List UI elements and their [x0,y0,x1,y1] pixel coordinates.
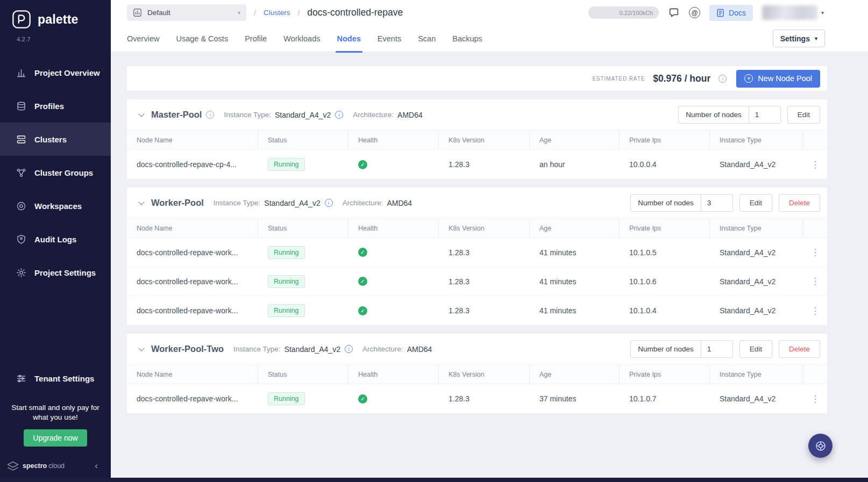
tab-usage-costs[interactable]: Usage & Costs [176,25,228,52]
node-status-cell: Running [258,158,348,171]
settings-button-label: Settings [780,34,810,43]
tab-events[interactable]: Events [378,25,401,52]
number-of-nodes-label: Number of nodes [679,106,749,123]
docs-button-label: Docs [729,9,746,17]
tab-backups[interactable]: Backups [452,25,482,52]
upgrade-now-button[interactable]: Upgrade now [24,429,87,447]
edit-pool-button[interactable]: Edit [787,106,820,124]
sidebar-item-tenant-settings[interactable]: Tenant Settings [0,362,111,395]
row-menu-icon[interactable]: ⋮ [808,246,823,259]
instance-type-value: Standard_A4_v2 [275,111,331,119]
health-ok-icon: ✓ [358,277,367,286]
help-button[interactable] [808,434,833,458]
pool-actions: Number of nodes Edit Delete [630,340,820,358]
sidebar-item-clusters[interactable]: Clusters [0,123,111,156]
new-node-pool-button[interactable]: + New Node Pool [736,70,820,88]
tools-icon [16,373,26,384]
row-menu-icon[interactable]: ⋮ [808,304,823,318]
collapse-chevron-icon[interactable] [138,345,144,351]
info-icon[interactable]: i [335,111,343,119]
number-of-nodes-label: Number of nodes [631,195,701,211]
column-age: Age [530,365,620,384]
architecture-value: AMD64 [397,111,423,119]
info-icon[interactable]: i [325,199,333,207]
nodes-table-header: Node Name Status Health K8s Version Age … [127,364,827,384]
edit-pool-button[interactable]: Edit [739,194,772,212]
node-row: docs-controlled-repave-work... Running ✓… [127,238,827,267]
spectro-cloud-logo-icon [6,461,19,471]
gear-icon [16,267,26,278]
node-instance-type: Standard_A4_v2 [710,394,803,403]
node-status-cell: Running [258,304,348,317]
chat-button[interactable] [668,7,680,19]
column-instance-type: Instance Type [710,131,803,149]
node-instance-type: Standard_A4_v2 [710,160,803,169]
spectro-cloud-brand: spectro cloud [6,461,65,471]
column-k8s-version: K8s Version [439,365,530,384]
pool-header: Worker-Pool-Two Instance Type: Standard_… [127,334,827,364]
delete-pool-button[interactable]: Delete [779,194,820,212]
settings-button[interactable]: Settings ▾ [773,30,825,47]
node-status-cell: Running [258,246,348,259]
pool-name: Worker-Pool [151,198,204,208]
row-menu-icon[interactable]: ⋮ [808,275,823,288]
sidebar-item-label: Audit Logs [34,235,76,244]
breadcrumb-link-clusters[interactable]: Clusters [264,9,290,17]
number-of-nodes-control: Number of nodes [678,106,781,124]
node-name: docs-controlled-repave-work... [127,248,258,257]
page-title: docs-controlled-repave [307,7,403,18]
status-badge: Running [268,275,305,288]
sidebar-collapse-icon[interactable]: ‹ [95,461,105,471]
account-menu[interactable]: ▾ [762,5,824,20]
mention-button[interactable]: @ [689,7,700,18]
sidebar-item-project-settings[interactable]: Project Settings [0,256,111,289]
collapse-chevron-icon[interactable] [138,199,144,205]
number-of-nodes-input[interactable] [749,106,780,123]
docs-button[interactable]: Docs [709,5,753,21]
column-k8s-version: K8s Version [439,131,530,149]
horizontal-scrollbar[interactable] [0,478,868,482]
delete-pool-button[interactable]: Delete [779,340,820,358]
pool-name: Worker-Pool-Two [151,344,224,354]
node-private-ip: 10.1.0.7 [620,394,710,403]
info-icon[interactable]: i [345,345,353,353]
nodes-content: ESTIMATED RATE $0.976 / hour i + New Nod… [111,52,868,482]
number-of-nodes-input[interactable] [701,195,732,211]
column-private-ips: Private Ips [620,131,710,149]
number-of-nodes-input[interactable] [701,341,732,357]
edit-pool-button[interactable]: Edit [739,340,772,358]
sidebar-item-project-overview[interactable]: Project Overview [0,56,111,89]
collapse-chevron-icon[interactable] [138,111,144,117]
cluster-tab-bar: Overview Usage & Costs Profile Workloads… [111,25,868,52]
node-private-ip: 10.1.0.4 [620,306,710,315]
sidebar-item-workspaces[interactable]: Workspaces [0,189,111,222]
sidebar-item-profiles[interactable]: Profiles [0,89,111,123]
node-name: docs-controlled-repave-work... [127,277,258,286]
node-health-cell: ✓ [348,248,439,257]
project-selector-value: Default [147,9,170,17]
row-menu-icon[interactable]: ⋮ [808,392,823,406]
layers-icon [16,100,26,111]
node-private-ip: 10.1.0.6 [620,277,710,286]
tab-nodes[interactable]: Nodes [337,25,361,52]
column-age: Age [530,219,620,238]
info-icon[interactable]: i [206,111,214,119]
breadcrumb-separator: / [254,9,256,17]
tab-profile[interactable]: Profile [245,25,267,52]
tab-scan[interactable]: Scan [418,25,436,52]
info-icon[interactable]: i [718,75,727,83]
row-menu-icon[interactable]: ⋮ [808,158,823,171]
pool-name: Master-Pool [151,110,202,120]
sidebar-item-cluster-groups[interactable]: Cluster Groups [0,156,111,189]
sidebar-item-audit-logs[interactable]: Audit Logs [0,222,111,256]
footer-brand-cloud: cloud [48,462,65,470]
node-status-cell: Running [258,392,348,405]
tab-workloads[interactable]: Workloads [283,25,320,52]
project-selector[interactable]: Default ▾ [127,4,246,21]
tab-overview[interactable]: Overview [127,25,159,52]
column-node-name: Node Name [127,219,258,238]
column-actions [803,219,827,238]
promo-text: Start small and only pay for what you us… [0,395,111,422]
node-instance-type: Standard_A4_v2 [710,277,803,286]
pool-header: Master-Pool i Instance Type: Standard_A4… [127,99,827,130]
